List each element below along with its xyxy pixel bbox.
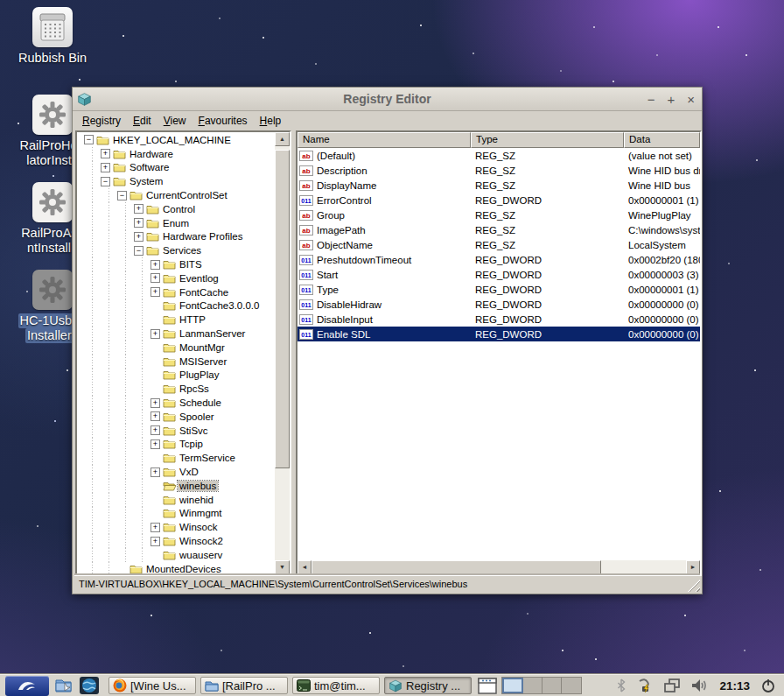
- tree-item-hkey-local-machine[interactable]: −HKEY_LOCAL_MACHINE: [77, 133, 275, 147]
- tree-item-vxd[interactable]: +VxD: [77, 465, 275, 479]
- tree-item-http[interactable]: HTTP: [77, 313, 275, 327]
- expand-toggle-icon[interactable]: +: [134, 204, 144, 214]
- tree-vertical-scrollbar[interactable]: ▲ ▼: [275, 132, 290, 574]
- expand-toggle-icon[interactable]: +: [134, 218, 144, 228]
- tree-item-hardware-profiles[interactable]: +Hardware Profiles: [77, 230, 275, 244]
- registry-value-row[interactable]: 011PreshutdownTimeoutREG_DWORD0x0002bf20…: [298, 252, 700, 267]
- tree-item-services[interactable]: −Services: [77, 243, 275, 257]
- taskbar-button-3[interactable]: Registry ...: [384, 677, 472, 694]
- tree-item-lanmanserver[interactable]: +LanmanServer: [77, 327, 275, 341]
- window-titlebar[interactable]: Registry Editor − + ×: [73, 88, 702, 111]
- tree-item-winmgmt[interactable]: Winmgmt: [77, 507, 275, 521]
- tree-item-msiserver[interactable]: MSIServer: [77, 355, 275, 369]
- collapse-toggle-icon[interactable]: −: [101, 177, 110, 186]
- clock[interactable]: 21:13: [719, 679, 750, 692]
- registry-value-row[interactable]: ab(Default)REG_SZ(value not set): [298, 148, 700, 163]
- window-list-button[interactable]: [477, 677, 498, 694]
- registry-value-row[interactable]: abObjectNameREG_SZLocalSystem: [298, 237, 700, 252]
- scroll-up-button[interactable]: ▲: [275, 132, 290, 146]
- workspace-3[interactable]: [542, 678, 562, 693]
- tree-item-enum[interactable]: +Enum: [77, 216, 275, 230]
- registry-value-row[interactable]: 011ErrorControlREG_DWORD0x00000001 (1): [298, 193, 700, 207]
- workspace-1[interactable]: [502, 678, 523, 693]
- display-switch-icon[interactable]: [664, 678, 680, 692]
- tree-item-mounteddevices[interactable]: MountedDevices: [77, 562, 275, 574]
- resize-grip[interactable]: [688, 580, 700, 592]
- values-scrollbar-thumb[interactable]: [312, 560, 601, 574]
- collapse-toggle-icon[interactable]: −: [134, 246, 144, 256]
- maximize-button[interactable]: +: [667, 93, 675, 106]
- scroll-down-button[interactable]: ▼: [275, 560, 290, 574]
- taskbar-button-2[interactable]: tim@tim...: [292, 677, 380, 694]
- tree-item-control[interactable]: +Control: [77, 202, 275, 216]
- expand-toggle-icon[interactable]: +: [101, 163, 110, 172]
- expand-toggle-icon[interactable]: +: [150, 260, 160, 270]
- registry-value-row[interactable]: 011DisableInputREG_DWORD0x00000000 (0): [298, 312, 700, 327]
- web-browser-launcher[interactable]: [79, 676, 100, 695]
- expand-toggle-icon[interactable]: +: [134, 232, 144, 242]
- network-status-icon[interactable]: [637, 678, 653, 693]
- tree-scrollbar-thumb[interactable]: [275, 150, 290, 468]
- values-horizontal-scrollbar[interactable]: ◄ ►: [298, 560, 700, 574]
- expand-toggle-icon[interactable]: +: [150, 425, 160, 435]
- tree-item-fontcache[interactable]: +FontCache: [77, 285, 275, 299]
- workspace-4[interactable]: [562, 678, 581, 693]
- close-button[interactable]: ×: [687, 93, 695, 106]
- tree-item-hardware[interactable]: +Hardware: [77, 147, 275, 161]
- tree-item-system[interactable]: −System: [77, 174, 275, 188]
- menu-registry[interactable]: Registry: [76, 113, 127, 129]
- menu-help[interactable]: Help: [254, 113, 288, 129]
- tree-item-fontcache3-0-0-0[interactable]: FontCache3.0.0.0: [77, 299, 275, 313]
- tree-item-wuauserv[interactable]: wuauserv: [77, 548, 275, 562]
- tree-item-tcpip[interactable]: +Tcpip: [77, 438, 275, 452]
- column-header-name[interactable]: Name: [298, 132, 471, 148]
- registry-value-row[interactable]: abDisplayNameREG_SZWine HID bus: [298, 178, 700, 193]
- menu-favourites[interactable]: Favourites: [192, 113, 254, 129]
- taskbar-button-0[interactable]: [Wine Us...: [108, 677, 196, 694]
- registry-value-row[interactable]: 011DisableHidrawREG_DWORD0x00000000 (0): [298, 297, 700, 312]
- registry-value-row[interactable]: abImagePathREG_SZC:\windows\syste: [298, 222, 700, 237]
- tree-item-eventlog[interactable]: +Eventlog: [77, 271, 275, 285]
- tree-item-winehid[interactable]: winehid: [77, 493, 275, 507]
- tree-item-winebus[interactable]: winebus: [77, 479, 275, 493]
- expand-toggle-icon[interactable]: +: [150, 439, 160, 449]
- registry-value-row[interactable]: abGroupREG_SZWinePlugPlay: [298, 207, 700, 222]
- registry-value-row[interactable]: abDescriptionREG_SZWine HID bus driv: [298, 163, 700, 178]
- collapse-toggle-icon[interactable]: −: [117, 191, 127, 200]
- start-menu-button[interactable]: [5, 676, 49, 696]
- expand-toggle-icon[interactable]: +: [150, 273, 160, 283]
- tree-item-winsock[interactable]: +Winsock: [77, 520, 275, 534]
- tree-item-plugplay[interactable]: PlugPlay: [77, 369, 275, 383]
- expand-toggle-icon[interactable]: +: [150, 468, 160, 477]
- tree-item-mountmgr[interactable]: MountMgr: [77, 341, 275, 355]
- file-manager-launcher[interactable]: [54, 676, 75, 695]
- workspace-2[interactable]: [523, 678, 542, 693]
- tree-item-stisvc[interactable]: +StiSvc: [77, 424, 275, 438]
- tree-item-schedule[interactable]: +Schedule: [77, 396, 275, 410]
- column-header-type[interactable]: Type: [471, 132, 624, 148]
- tree-item-bits[interactable]: +BITS: [77, 257, 275, 271]
- desktop-icon-rubbish-bin[interactable]: Rubbish Bin: [7, 7, 98, 66]
- volume-icon[interactable]: [691, 678, 708, 692]
- tree-item-currentcontrolset[interactable]: −CurrentControlSet: [77, 188, 275, 202]
- expand-toggle-icon[interactable]: +: [150, 537, 160, 546]
- expand-toggle-icon[interactable]: +: [150, 287, 160, 297]
- scroll-right-button[interactable]: ►: [686, 560, 700, 574]
- tree-item-software[interactable]: +Software: [77, 161, 275, 175]
- column-header-data[interactable]: Data: [624, 132, 700, 148]
- workspace-pager[interactable]: [501, 677, 582, 694]
- bluetooth-icon[interactable]: [617, 678, 626, 692]
- tree-item-winsock2[interactable]: +Winsock2: [77, 534, 275, 548]
- expand-toggle-icon[interactable]: +: [150, 329, 160, 339]
- minimize-button[interactable]: −: [648, 93, 655, 106]
- registry-value-row[interactable]: 011TypeREG_DWORD0x00000001 (1): [298, 282, 700, 297]
- tree-item-rpcss[interactable]: RpcSs: [77, 382, 275, 396]
- power-button-icon[interactable]: [761, 678, 775, 692]
- menu-view[interactable]: View: [158, 113, 192, 129]
- registry-value-row[interactable]: 011StartREG_DWORD0x00000003 (3): [298, 267, 700, 282]
- expand-toggle-icon[interactable]: +: [150, 398, 160, 408]
- tree-item-termservice[interactable]: TermService: [77, 451, 275, 465]
- expand-toggle-icon[interactable]: +: [150, 523, 160, 532]
- tree-item-spooler[interactable]: +Spooler: [77, 410, 275, 424]
- collapse-toggle-icon[interactable]: −: [84, 135, 94, 144]
